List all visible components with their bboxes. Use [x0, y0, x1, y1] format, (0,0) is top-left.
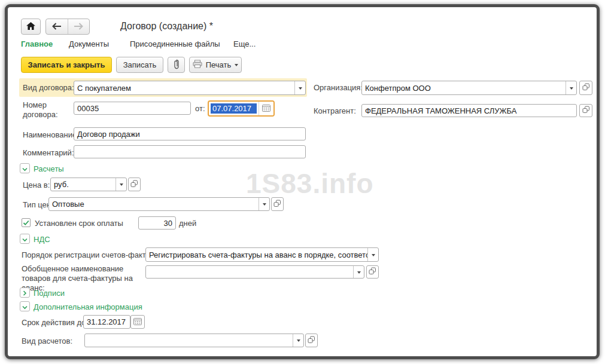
organization-label: Организация:	[314, 83, 363, 92]
signatures-section-header[interactable]: Подписи	[34, 289, 65, 298]
additional-info-section-header[interactable]: Дополнительная информация	[34, 302, 142, 311]
currency-open-button[interactable]	[128, 178, 141, 191]
contract-date-field[interactable]: 07.07.2017	[208, 100, 275, 117]
settlement-type-open-button[interactable]	[305, 334, 318, 347]
invoice-order-combobox[interactable]: Регистрировать счета-фактуры на аванс в …	[145, 247, 379, 262]
currency-dropdown-button[interactable]	[115, 178, 126, 191]
price-type-value: Оптовые	[49, 200, 259, 209]
payment-term-days-input[interactable]: 30	[138, 216, 176, 230]
comment-input[interactable]	[74, 145, 306, 158]
invoice-order-value: Регистрировать счета-фактуры на аванс в …	[146, 250, 367, 259]
chevron-down-icon	[372, 254, 375, 258]
contract-number-value: 00035	[74, 104, 190, 113]
calendar-icon	[133, 317, 142, 328]
check-icon	[23, 218, 29, 228]
tab-eshche[interactable]: Еще...	[233, 39, 256, 48]
history-nav	[45, 19, 90, 35]
settlement-type-label: Вид расчетов:	[22, 337, 72, 345]
chevron-down-icon	[570, 87, 573, 91]
generic-goods-name-open-button[interactable]	[366, 265, 379, 279]
open-icon	[308, 335, 315, 346]
vat-section-toggle[interactable]	[20, 234, 30, 244]
comment-label: Комментарий:	[23, 148, 74, 157]
counterparty-input[interactable]: ФЕДЕРАЛЬНАЯ ТАМОЖЕННАЯ СЛУЖБА	[361, 104, 577, 117]
price-type-combobox[interactable]: Оптовые	[48, 197, 270, 211]
payments-section-header[interactable]: Расчеты	[34, 164, 64, 173]
organization-dropdown-button[interactable]	[566, 81, 576, 94]
settlement-type-dropdown-button[interactable]	[293, 334, 303, 347]
chevron-right-icon	[23, 287, 27, 298]
valid-until-calendar-button[interactable]	[130, 315, 145, 329]
watermark: 1S83.info	[246, 167, 374, 200]
contract-date-value-selected: 07.07.2017	[211, 103, 257, 114]
name-input[interactable]: Договор продажи	[74, 127, 306, 140]
open-icon	[273, 199, 281, 210]
vat-section-header[interactable]: НДС	[34, 235, 50, 244]
name-value: Договор продажи	[74, 130, 305, 139]
counterparty-open-button[interactable]	[579, 104, 592, 117]
organization-value: Конфетпром ООО	[362, 84, 566, 93]
payment-term-suffix: дней	[179, 219, 196, 228]
payment-term-checkbox[interactable]	[22, 218, 31, 227]
screenshot: 1S83.info Договор (создание) * Главное Д	[0, 0, 605, 364]
additional-info-section-toggle[interactable]	[20, 301, 30, 311]
valid-until-label: Срок действия до:	[22, 318, 88, 327]
invoice-order-dropdown-button[interactable]	[367, 248, 378, 261]
chevron-down-icon	[22, 301, 28, 312]
tab-glavnoe[interactable]: Главное	[21, 39, 53, 48]
price-type-dropdown-button[interactable]	[259, 198, 269, 210]
contract-type-value: С покупателем	[74, 84, 294, 93]
currency-combobox[interactable]: руб.	[50, 178, 127, 191]
contract-type-label: Вид договора:	[23, 83, 74, 92]
currency-value: руб.	[51, 180, 115, 189]
contract-number-label: Номер договора:	[23, 100, 71, 120]
paperclip-icon	[174, 59, 180, 71]
name-label: Наименование:	[23, 130, 79, 139]
counterparty-label: Контрагент:	[314, 106, 356, 115]
chevron-down-icon	[22, 163, 28, 174]
date-from-label: от:	[195, 104, 205, 113]
contract-type-dropdown-button[interactable]	[294, 81, 305, 94]
generic-goods-name-dropdown-button[interactable]	[353, 266, 364, 278]
home-icon	[26, 22, 35, 32]
payment-term-days-value: 30	[139, 219, 175, 228]
counterparty-value: ФЕДЕРАЛЬНАЯ ТАМОЖЕННАЯ СЛУЖБА	[362, 106, 576, 115]
contract-date-calendar-button[interactable]	[259, 102, 273, 115]
calendar-icon	[262, 103, 270, 114]
open-icon	[582, 105, 590, 116]
back-button[interactable]	[46, 19, 68, 34]
print-dropdown-arrow-icon	[235, 64, 238, 68]
print-button[interactable]: Печать	[189, 57, 242, 73]
print-button-label: Печать	[206, 60, 232, 69]
valid-until-date-input[interactable]: 31.12.2017	[83, 315, 130, 329]
forward-arrow-icon	[74, 22, 83, 32]
save-button[interactable]: Записать	[116, 57, 163, 73]
tab-prisoedinennye-fajly[interactable]: Присоединенные файлы	[130, 39, 220, 48]
chevron-down-icon	[297, 339, 300, 344]
organization-open-button[interactable]	[579, 81, 592, 95]
signatures-section-toggle[interactable]	[20, 287, 30, 298]
payment-term-label: Установлен срок оплаты	[35, 219, 123, 228]
printer-icon	[193, 60, 202, 70]
contract-number-input[interactable]: 00035	[74, 102, 191, 115]
organization-combobox[interactable]: Конфетпром ООО	[361, 81, 577, 95]
chevron-down-icon	[357, 271, 361, 276]
currency-label: Цена в:	[23, 181, 50, 189]
back-arrow-icon	[52, 22, 62, 32]
forward-button[interactable]	[68, 19, 90, 34]
chevron-down-icon	[22, 234, 28, 244]
payments-section-toggle[interactable]	[20, 163, 30, 173]
app-window: 1S83.info Договор (создание) * Главное Д	[5, 4, 600, 359]
attachments-button[interactable]	[168, 57, 185, 73]
open-icon	[130, 179, 138, 190]
tab-dokumenty[interactable]: Документы	[69, 39, 109, 48]
home-button[interactable]	[21, 19, 41, 35]
settlement-type-combobox[interactable]	[84, 334, 304, 347]
save-and-close-button[interactable]: Записать и закрыть	[21, 57, 112, 73]
open-icon	[582, 82, 590, 93]
price-type-open-button[interactable]	[271, 197, 284, 211]
chevron-down-icon	[299, 87, 302, 91]
generic-goods-name-combobox[interactable]	[145, 265, 364, 279]
open-icon	[369, 267, 376, 277]
contract-type-combobox[interactable]: С покупателем	[74, 81, 306, 95]
